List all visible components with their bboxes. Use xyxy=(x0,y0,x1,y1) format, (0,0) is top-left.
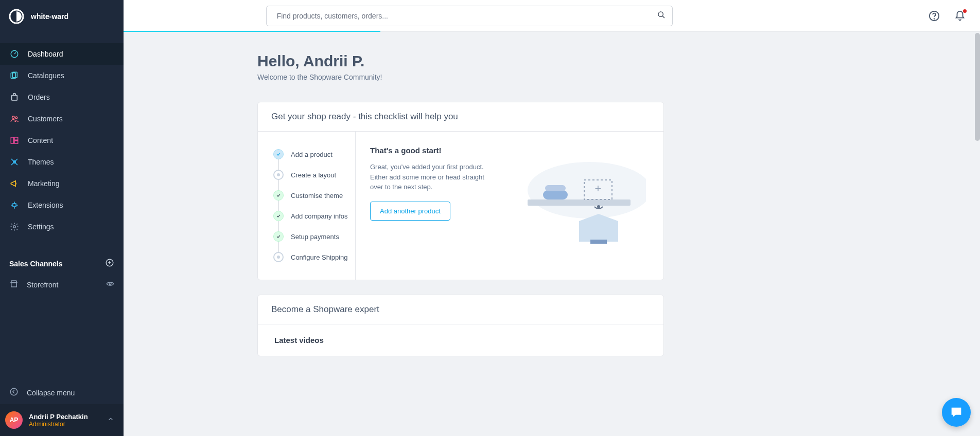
brand[interactable]: white-ward xyxy=(0,0,124,33)
storefront-icon xyxy=(9,279,19,290)
content-icon xyxy=(9,135,20,146)
check-icon xyxy=(273,231,284,242)
check-item-company-infos[interactable]: Add company infos xyxy=(273,206,350,226)
help-icon[interactable] xyxy=(929,10,940,22)
nav-item-customers[interactable]: Customers xyxy=(0,108,124,130)
svg-rect-14 xyxy=(11,283,17,287)
svg-rect-21 xyxy=(528,199,631,206)
extensions-icon xyxy=(9,200,20,210)
nav-item-settings[interactable]: Settings xyxy=(0,216,124,238)
nav-label: Customers xyxy=(28,115,63,123)
search-icon[interactable] xyxy=(657,11,666,21)
user-meta: Andrii P Pechatkin Administrator xyxy=(29,413,88,428)
avatar: AP xyxy=(5,411,23,429)
check-item-create-layout[interactable]: Create a layout xyxy=(273,165,350,185)
user-menu[interactable]: AP Andrii P Pechatkin Administrator xyxy=(0,404,124,436)
nav-label: Extensions xyxy=(28,201,63,209)
check-item-add-product[interactable]: Add a product xyxy=(273,144,350,165)
nav-label: Settings xyxy=(28,223,54,231)
svg-point-17 xyxy=(658,12,663,16)
dashboard-icon xyxy=(9,49,20,59)
chat-button[interactable] xyxy=(942,398,971,427)
check-item-customise-theme[interactable]: Customise theme xyxy=(273,185,350,206)
check-icon xyxy=(273,149,284,159)
svg-point-15 xyxy=(109,283,111,285)
expert-panel: Become a Shopware expert Latest videos xyxy=(257,295,664,356)
check-label: Setup payments xyxy=(291,233,339,241)
check-label: Customise theme xyxy=(291,192,343,199)
nav-item-content[interactable]: Content xyxy=(0,130,124,151)
checklist-panel: Get your shop ready - this checklist wil… xyxy=(257,102,664,280)
sidebar: white-ward Dashboard Catalogues Orders C… xyxy=(0,0,124,436)
product-illustration: + xyxy=(509,146,649,265)
check-item-configure-shipping[interactable]: Configure Shipping xyxy=(273,247,350,267)
expert-title: Become a Shopware expert xyxy=(258,295,663,324)
customers-icon xyxy=(9,114,20,124)
check-item-setup-payments[interactable]: Setup payments xyxy=(273,226,350,247)
expert-subheading: Latest videos xyxy=(258,324,663,356)
svg-text:+: + xyxy=(595,182,602,195)
greeting-title: Hello, Andrii P. xyxy=(257,52,664,70)
nav-item-extensions[interactable]: Extensions xyxy=(0,194,124,216)
greeting-subtitle: Welcome to the Shopware Community! xyxy=(257,73,664,81)
svg-point-6 xyxy=(15,117,18,119)
user-name: Andrii P Pechatkin xyxy=(29,413,88,421)
greeting: Hello, Andrii P. Welcome to the Shopware… xyxy=(257,52,664,81)
todo-icon xyxy=(273,252,284,262)
eye-icon[interactable] xyxy=(106,280,114,289)
check-icon xyxy=(273,190,284,201)
bell-icon[interactable] xyxy=(954,10,966,22)
svg-rect-4 xyxy=(12,95,18,100)
gear-icon xyxy=(9,222,20,232)
nav-label: Orders xyxy=(28,93,50,101)
main-nav: Dashboard Catalogues Orders Customers Co… xyxy=(0,43,124,238)
check-label: Configure Shipping xyxy=(291,253,348,261)
content-scroll[interactable]: Hello, Andrii P. Welcome to the Shopware… xyxy=(124,32,980,436)
nav-item-marketing[interactable]: Marketing xyxy=(0,173,124,194)
nav-label: Content xyxy=(28,136,53,144)
check-icon xyxy=(273,211,284,221)
chevron-up-icon xyxy=(107,415,114,425)
svg-point-12 xyxy=(13,226,16,228)
check-label: Create a layout xyxy=(291,171,336,179)
svg-rect-11 xyxy=(13,204,16,207)
svg-point-5 xyxy=(12,116,15,119)
nav-item-catalogues[interactable]: Catalogues xyxy=(0,65,124,86)
search-input[interactable] xyxy=(266,6,673,26)
channel-storefront[interactable]: Storefront xyxy=(0,274,124,295)
checklist-detail: That's a good start! Great, you've added… xyxy=(356,132,663,280)
orders-icon xyxy=(9,92,20,102)
svg-rect-7 xyxy=(11,137,13,143)
todo-icon xyxy=(273,170,284,180)
checklist-title: Get your shop ready - this checklist wil… xyxy=(258,102,663,132)
nav-item-orders[interactable]: Orders xyxy=(0,86,124,108)
add-another-product-button[interactable]: Add another product xyxy=(370,202,450,221)
shopware-logo-icon xyxy=(9,9,24,24)
marketing-icon xyxy=(9,178,20,189)
scrollbar[interactable] xyxy=(975,33,980,141)
add-channel-icon[interactable] xyxy=(105,258,114,269)
nav-label: Marketing xyxy=(28,179,59,188)
themes-icon xyxy=(9,157,20,167)
detail-heading: That's a good start! xyxy=(370,146,494,155)
detail-body: Great, you've added your first product. … xyxy=(370,162,494,192)
nav-item-themes[interactable]: Themes xyxy=(0,151,124,173)
search-wrap xyxy=(266,6,673,26)
check-label: Add company infos xyxy=(291,212,348,220)
svg-point-16 xyxy=(10,388,18,395)
collapse-icon xyxy=(9,387,19,398)
nav-label: Catalogues xyxy=(28,71,64,80)
check-label: Add a product xyxy=(291,151,332,158)
svg-rect-27 xyxy=(590,240,607,244)
catalogues-icon xyxy=(9,70,20,81)
svg-rect-8 xyxy=(14,137,18,140)
nav-label: Dashboard xyxy=(28,50,63,58)
nav-item-dashboard[interactable]: Dashboard xyxy=(0,43,124,65)
topbar-actions xyxy=(929,10,966,22)
notification-dot xyxy=(963,9,967,13)
svg-point-20 xyxy=(528,162,646,219)
collapse-menu[interactable]: Collapse menu xyxy=(0,381,124,404)
svg-rect-9 xyxy=(14,141,18,143)
collapse-label: Collapse menu xyxy=(27,389,75,397)
svg-rect-22 xyxy=(543,190,568,199)
